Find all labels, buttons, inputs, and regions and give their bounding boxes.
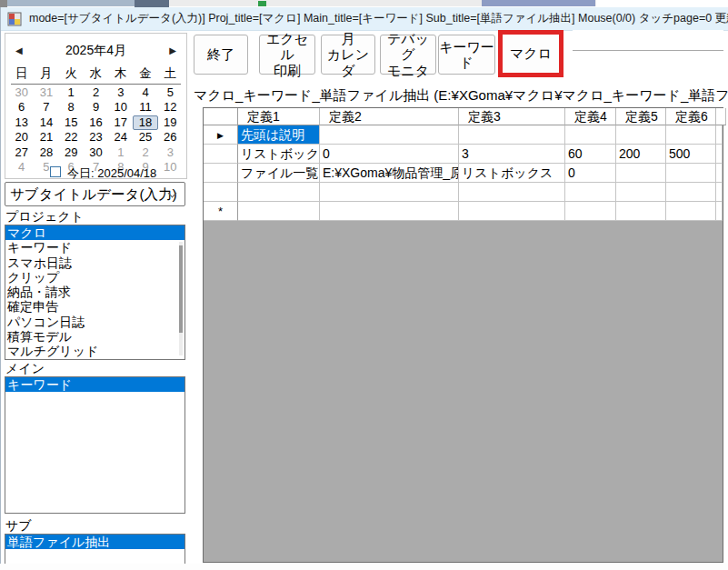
grid-column-header[interactable]: 定義1 — [238, 108, 320, 125]
list-item[interactable]: 確定申告 — [5, 299, 184, 314]
calendar-day[interactable]: 28 — [34, 145, 58, 160]
grid-cell[interactable] — [666, 164, 716, 183]
grid-cell[interactable] — [565, 125, 616, 145]
grid-row-header[interactable] — [204, 145, 238, 164]
today-label[interactable]: 今日: 2025/04/18 — [67, 165, 156, 182]
grid-cell[interactable] — [565, 183, 616, 202]
calendar-month-title[interactable]: 2025年4月 — [5, 43, 186, 59]
calendar-day[interactable]: 16 — [84, 115, 108, 130]
calendar-day[interactable]: 19 — [158, 115, 183, 130]
calendar-day[interactable]: 6 — [9, 100, 34, 115]
calendar-day[interactable]: 5 — [158, 85, 183, 100]
grid-cell[interactable]: 0 — [565, 164, 616, 183]
grid-cell[interactable]: ファイル一覧 — [238, 164, 320, 183]
list-item[interactable]: パソコン日誌 — [5, 315, 184, 329]
exit-button[interactable]: 終了 — [194, 35, 248, 75]
grid-cell[interactable] — [238, 183, 320, 202]
grid-row-header[interactable] — [204, 183, 238, 202]
calendar-day[interactable]: 3 — [108, 85, 133, 100]
grid-cell[interactable] — [320, 125, 459, 145]
calendar-day[interactable]: 2 — [133, 145, 157, 160]
grid-column-header[interactable]: 定義6 — [666, 108, 716, 125]
calendar-day[interactable]: 11 — [133, 100, 157, 115]
grid-cell[interactable] — [459, 202, 565, 221]
list-item[interactable]: スマホ日誌 — [5, 255, 184, 270]
calendar-day[interactable]: 24 — [108, 130, 133, 145]
grid-cell[interactable] — [666, 202, 716, 221]
grid-cell[interactable]: E:¥XGoma¥物品管理_原稿 — [320, 164, 459, 183]
calendar-day[interactable]: 13 — [9, 115, 34, 130]
grid-cell[interactable] — [616, 202, 666, 221]
calendar-day[interactable]: 14 — [34, 115, 58, 130]
calendar-day[interactable]: 22 — [59, 130, 84, 145]
grid-column-header[interactable]: 定義5 — [616, 108, 666, 125]
list-item[interactable]: マクロ — [5, 225, 184, 240]
grid-cell[interactable] — [320, 183, 459, 202]
scrollbar-thumb[interactable] — [179, 245, 183, 333]
list-item[interactable]: クリップ — [5, 270, 184, 285]
grid-cell[interactable] — [320, 202, 459, 221]
debug-monitor-button[interactable]: テバッグ モニタ — [380, 35, 436, 75]
grid-cell[interactable]: リストボックス — [238, 145, 320, 164]
macro-button[interactable]: マクロ — [503, 35, 559, 73]
calendar-day[interactable]: 21 — [34, 130, 58, 145]
grid-cell[interactable]: 先頭は説明 — [238, 125, 320, 145]
grid-column-header[interactable]: 定義3 — [459, 108, 565, 125]
grid-cell[interactable] — [616, 183, 666, 202]
today-checkbox[interactable] — [50, 166, 61, 177]
calendar-day[interactable]: 10 — [108, 100, 133, 115]
grid-cell[interactable]: 500 — [666, 145, 716, 164]
calendar-day[interactable]: 7 — [34, 100, 58, 115]
calendar-day[interactable]: 17 — [108, 115, 133, 130]
main-listbox[interactable]: キーワード — [5, 376, 185, 514]
grid-row-header[interactable]: * — [204, 202, 238, 221]
grid-cell[interactable] — [238, 202, 320, 221]
calendar-day[interactable]: 23 — [84, 130, 108, 145]
mode-select[interactable]: サブタイトルデータ(入力) — [5, 182, 185, 206]
grid-cell[interactable]: 0 — [320, 145, 459, 164]
calendar-day[interactable]: 12 — [158, 100, 183, 115]
grid-cell[interactable] — [459, 183, 565, 202]
grid-cell[interactable] — [459, 125, 565, 145]
list-item[interactable]: 単語ファイル抽出 — [5, 535, 184, 549]
grid-cell[interactable]: リストボックス — [459, 164, 565, 183]
grid-cell[interactable]: 200 — [616, 145, 666, 164]
calendar-day[interactable]: 1 — [108, 145, 133, 160]
calendar-day[interactable]: 9 — [84, 100, 108, 115]
calendar-day[interactable]: 1 — [59, 85, 84, 100]
grid-cell[interactable] — [666, 183, 716, 202]
calendar-day[interactable]: 18 — [133, 115, 157, 130]
calendar-day[interactable]: 30 — [84, 145, 108, 160]
list-item[interactable]: マルチグリッド — [5, 344, 184, 358]
calendar-next-icon[interactable]: ▶ — [169, 45, 176, 55]
data-grid[interactable]: 定義1定義2定義3定義4定義5定義6▶先頭は説明リストボックス036020050… — [203, 107, 723, 563]
calendar-day[interactable]: 25 — [133, 130, 157, 145]
grid-column-header[interactable]: 定義2 — [320, 108, 459, 125]
list-item[interactable]: キーワード — [5, 240, 184, 255]
calendar-day[interactable]: 4 — [133, 85, 157, 100]
calendar-day[interactable]: 31 — [34, 85, 58, 100]
window-titlebar[interactable]: mode=[サブタイトルデータ(入力)] Proj_title=[マクロ] Ma… — [1, 7, 728, 31]
calendar-day[interactable]: 8 — [59, 100, 84, 115]
grid-row-header[interactable] — [204, 164, 238, 183]
grid-cell[interactable]: 60 — [565, 145, 616, 164]
calendar-day[interactable]: 15 — [59, 115, 84, 130]
list-item[interactable]: 積算モデル — [5, 329, 184, 344]
project-list-scrollbar[interactable] — [179, 242, 183, 355]
calendar-day[interactable]: 26 — [158, 130, 183, 145]
calendar-day[interactable]: 30 — [9, 85, 34, 100]
calendar-day[interactable]: 29 — [59, 145, 84, 160]
grid-cell[interactable] — [666, 125, 716, 145]
grid-row-header[interactable]: ▶ — [204, 125, 238, 145]
grid-cell[interactable] — [616, 125, 666, 145]
month-calendar-button[interactable]: 月 カレンダ — [321, 35, 375, 75]
grid-cell[interactable] — [565, 202, 616, 221]
calendar-day[interactable]: 3 — [158, 145, 183, 160]
keyword-button[interactable]: キーワード — [438, 35, 495, 75]
grid-column-header[interactable]: 定義4 — [565, 108, 616, 125]
calendar-day[interactable]: 27 — [9, 145, 34, 160]
grid-cell[interactable]: 3 — [459, 145, 565, 164]
grid-cell[interactable] — [616, 164, 666, 183]
calendar-day[interactable]: 20 — [9, 130, 34, 145]
excel-print-button[interactable]: エクセル 印刷 — [259, 35, 315, 75]
